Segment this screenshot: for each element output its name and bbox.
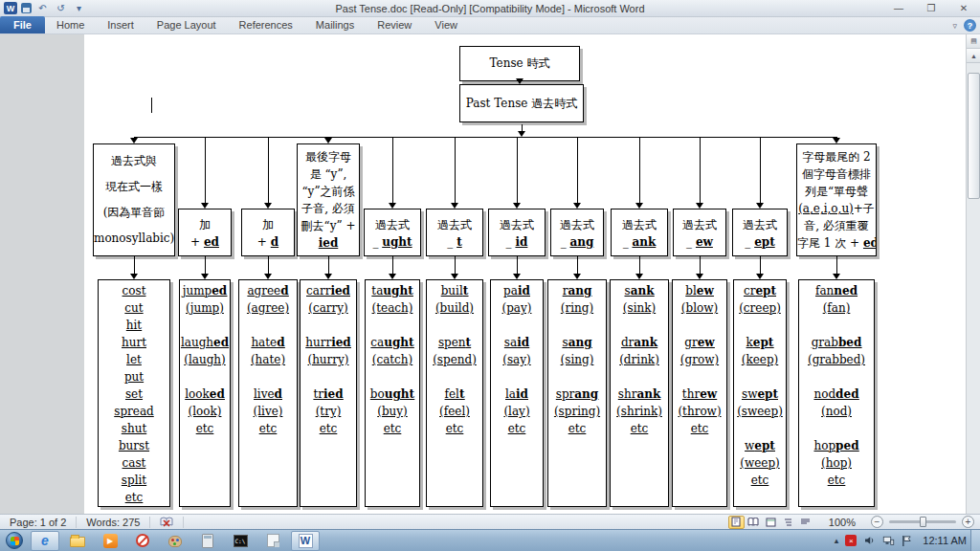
- diagram-connector: [134, 137, 837, 138]
- diagram-connector: [268, 256, 269, 275]
- undo-icon[interactable]: ↶: [35, 2, 50, 15]
- scrollbar-thumb[interactable]: [968, 73, 980, 199]
- diagram-box-tense: Tense 時式: [459, 46, 580, 81]
- tab-view[interactable]: View: [423, 16, 469, 33]
- folder-icon: [70, 537, 85, 547]
- zoom-slider[interactable]: [889, 520, 956, 523]
- word-logo-icon[interactable]: W: [4, 2, 17, 14]
- tab-insert[interactable]: Insert: [96, 16, 145, 33]
- word-list-box-11: crept(creep)kept(keep)swept(sweep)wept(w…: [733, 279, 787, 507]
- restore-button[interactable]: ❐: [919, 1, 944, 14]
- quick-access-toolbar: W ↶ ↺ ▾: [0, 2, 86, 15]
- diagram-connector: [700, 137, 701, 204]
- taskbar-item-calculator[interactable]: [193, 531, 222, 551]
- play-icon: ▶: [103, 534, 118, 548]
- diagram-connector: [205, 137, 206, 204]
- diagram-connector: [760, 137, 761, 204]
- customize-toolbar-icon[interactable]: ▾: [72, 2, 86, 15]
- diagram-box-past-tense: Past Tense 過去時式: [459, 84, 584, 122]
- proofing-errors-icon[interactable]: [150, 517, 184, 528]
- diagram-connector: [134, 256, 135, 275]
- status-bar: Page: 1 of 2 Words: 275 100% − +: [0, 514, 980, 529]
- taskbar-item-blocked-mouse[interactable]: [128, 531, 157, 551]
- print-layout-view-icon[interactable]: [728, 516, 745, 529]
- zoom-level[interactable]: 100%: [819, 517, 865, 528]
- tab-review[interactable]: Review: [366, 16, 423, 33]
- word-list-box-4: carried(carry)hurried(hurry)tried(try)et…: [300, 279, 357, 507]
- close-button[interactable]: ✕: [951, 1, 976, 14]
- volume-icon[interactable]: [863, 535, 876, 546]
- outline-view-icon[interactable]: [780, 516, 796, 529]
- taskbar-item-sticky-notes[interactable]: [258, 531, 287, 551]
- diagram-connector: [577, 256, 578, 275]
- word-list-box-7: paid(pay)said(say)laid(lay)etc: [490, 279, 544, 507]
- diagram-connector: [517, 137, 518, 204]
- diagram-connector: [328, 256, 329, 275]
- tab-references[interactable]: References: [228, 16, 304, 33]
- diagram-connector: [700, 256, 701, 275]
- word-list-box-3: agreed(agree)hated(hate)lived(live)etc: [238, 279, 298, 507]
- taskbar-item-windows-explorer[interactable]: [63, 531, 92, 551]
- word-list-box-5: taught(teach)caught(catch)bought(buy)etc: [365, 279, 420, 507]
- arrow-down-icon: [516, 78, 523, 84]
- start-button[interactable]: [2, 531, 27, 551]
- rule-box-12: 字母最尾的 2個字母音標排列是“單母聲(a,e,i,o,u)+子音, 必須重覆字…: [796, 143, 877, 256]
- chevron-up-icon[interactable]: ▴: [835, 536, 839, 545]
- rule-box-2: 加+ ed: [178, 209, 232, 256]
- taskbar-clock[interactable]: 12:11 AM: [919, 535, 967, 546]
- palette-icon: [168, 536, 182, 547]
- word-count[interactable]: Words: 275: [77, 517, 150, 528]
- full-screen-reading-view-icon[interactable]: [746, 516, 762, 529]
- network-icon[interactable]: [882, 535, 895, 546]
- diagram-connector: [392, 137, 393, 204]
- rule-box-1: 過去式與現在式一樣(因為單音節monosyllabic): [93, 143, 175, 256]
- tab-file[interactable]: File: [0, 16, 45, 33]
- word-list-box-1: costcuthithurtletputsetspreadshutburstca…: [98, 279, 170, 507]
- taskbar-item-paint[interactable]: [161, 531, 189, 551]
- redo-icon[interactable]: ↺: [54, 2, 68, 15]
- diagram-connector: [639, 137, 640, 204]
- tab-mailings[interactable]: Mailings: [304, 16, 366, 33]
- diagram-connector: [639, 256, 640, 275]
- word-list-box-9: sank(sink)drank(drink)shrank(shrink)etc: [610, 279, 669, 507]
- title-bar: W ↶ ↺ ▾ Past Tense.doc [Read-Only] [Comp…: [0, 0, 980, 17]
- ruler-toggle-icon[interactable]: ▤: [967, 34, 980, 49]
- tab-home[interactable]: Home: [45, 16, 96, 33]
- word-icon: W: [299, 534, 313, 548]
- diagram-connector: [517, 256, 518, 275]
- save-icon[interactable]: [21, 3, 32, 13]
- blocked-icon: [136, 534, 149, 547]
- ribbon-tab-bar: FileHomeInsertPage LayoutReferencesMaili…: [0, 17, 980, 34]
- rule-box-5: 過去式_ ught: [364, 209, 421, 256]
- action-center-flag-icon[interactable]: [902, 535, 912, 547]
- taskbar-item-command-prompt[interactable]: C:\: [226, 531, 255, 551]
- zoom-slider-thumb[interactable]: [920, 517, 926, 527]
- minimize-button[interactable]: —: [886, 1, 911, 14]
- diagram-connector: [268, 137, 269, 204]
- zoom-out-icon[interactable]: −: [871, 516, 883, 528]
- draft-view-icon[interactable]: [797, 516, 813, 529]
- system-tray: ▴ × 12:11 AM: [835, 530, 967, 551]
- web-layout-view-icon[interactable]: [763, 516, 779, 529]
- rule-box-8: 過去式_ ang: [550, 209, 604, 256]
- security-alert-icon[interactable]: ×: [845, 535, 857, 546]
- help-icon[interactable]: ?: [964, 19, 976, 32]
- document-page[interactable]: Tense 時式 Past Tense 過去時式 過去式與現在式一樣(因為單音節…: [84, 34, 966, 514]
- rule-box-9: 過去式_ ank: [611, 209, 668, 256]
- vertical-scrollbar[interactable]: ▤ ▲: [966, 34, 980, 514]
- taskbar-item-internet-explorer[interactable]: e: [31, 531, 59, 551]
- taskbar-item-word[interactable]: W: [291, 531, 320, 551]
- rule-box-4: 最後字母是 “y”,“y”之前係子音, 必須刪去“y” +ied: [297, 143, 360, 256]
- rule-box-6: 過去式_ t: [426, 209, 483, 256]
- diagram-connector: [205, 256, 206, 275]
- word-list-box-6: built(build)spent(spend)felt(feel)etc: [426, 279, 483, 507]
- show-desktop-button[interactable]: [970, 530, 980, 551]
- page-indicator[interactable]: Page: 1 of 2: [0, 517, 77, 528]
- zoom-in-icon[interactable]: +: [962, 516, 974, 528]
- word-window: W ↶ ↺ ▾ Past Tense.doc [Read-Only] [Comp…: [0, 0, 980, 551]
- scroll-up-icon[interactable]: ▲: [967, 49, 980, 63]
- ie-icon: e: [37, 533, 53, 548]
- collapse-ribbon-icon[interactable]: ▿: [952, 21, 957, 31]
- taskbar-item-media-player[interactable]: ▶: [96, 531, 124, 551]
- tab-page-layout[interactable]: Page Layout: [145, 16, 228, 33]
